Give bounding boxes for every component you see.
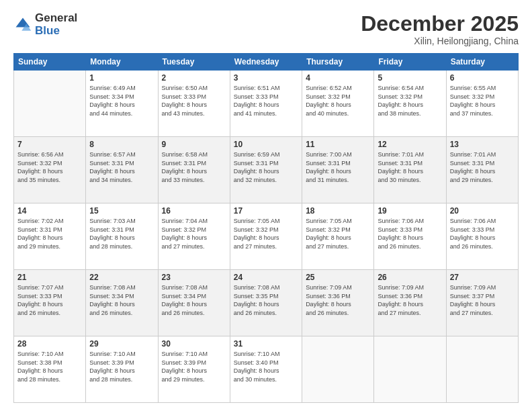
day-info: Sunrise: 7:08 AM Sunset: 3:34 PM Dayligh… <box>89 283 154 317</box>
day-cell: 4Sunrise: 6:52 AM Sunset: 3:32 PM Daylig… <box>302 71 374 137</box>
page: General Blue December 2025 Xilin, Heilon… <box>0 0 532 411</box>
day-info: Sunrise: 7:10 AM Sunset: 3:39 PM Dayligh… <box>89 350 154 383</box>
day-info: Sunrise: 6:49 AM Sunset: 3:34 PM Dayligh… <box>89 84 154 118</box>
day-cell: 1Sunrise: 6:49 AM Sunset: 3:34 PM Daylig… <box>86 71 158 137</box>
day-cell: 12Sunrise: 7:01 AM Sunset: 3:31 PM Dayli… <box>374 137 446 203</box>
day-number: 15 <box>89 206 154 216</box>
day-info: Sunrise: 7:09 AM Sunset: 3:37 PM Dayligh… <box>450 283 515 317</box>
day-cell: 29Sunrise: 7:10 AM Sunset: 3:39 PM Dayli… <box>86 336 158 403</box>
day-number: 9 <box>162 140 226 149</box>
day-info: Sunrise: 6:50 AM Sunset: 3:33 PM Dayligh… <box>162 84 226 118</box>
day-number: 3 <box>234 73 298 83</box>
day-number: 14 <box>17 206 82 216</box>
header-row: SundayMondayTuesdayWednesdayThursdayFrid… <box>14 54 519 71</box>
day-info: Sunrise: 7:09 AM Sunset: 3:36 PM Dayligh… <box>306 283 370 317</box>
day-info: Sunrise: 6:52 AM Sunset: 3:32 PM Dayligh… <box>306 84 370 118</box>
day-number: 21 <box>17 273 82 282</box>
day-number: 29 <box>89 339 154 349</box>
day-cell <box>374 336 446 403</box>
header-cell-saturday: Saturday <box>446 54 518 71</box>
day-cell <box>446 336 518 403</box>
day-info: Sunrise: 7:08 AM Sunset: 3:34 PM Dayligh… <box>162 283 226 317</box>
day-info: Sunrise: 6:59 AM Sunset: 3:31 PM Dayligh… <box>234 150 298 184</box>
day-info: Sunrise: 7:06 AM Sunset: 3:33 PM Dayligh… <box>378 217 442 250</box>
day-cell: 26Sunrise: 7:09 AM Sunset: 3:36 PM Dayli… <box>374 270 446 336</box>
header-cell-tuesday: Tuesday <box>158 54 230 71</box>
title-block: December 2025 Xilin, Heilongjiang, China <box>361 12 519 46</box>
day-cell: 11Sunrise: 7:00 AM Sunset: 3:31 PM Dayli… <box>302 137 374 203</box>
day-number: 31 <box>234 339 298 349</box>
day-cell: 24Sunrise: 7:08 AM Sunset: 3:35 PM Dayli… <box>230 270 302 336</box>
day-number: 4 <box>306 73 370 83</box>
day-cell: 22Sunrise: 7:08 AM Sunset: 3:34 PM Dayli… <box>86 270 158 336</box>
day-info: Sunrise: 7:08 AM Sunset: 3:35 PM Dayligh… <box>234 283 298 317</box>
day-cell: 20Sunrise: 7:06 AM Sunset: 3:33 PM Dayli… <box>446 203 518 270</box>
day-number: 22 <box>89 273 154 282</box>
day-number: 5 <box>378 73 442 83</box>
day-info: Sunrise: 7:04 AM Sunset: 3:32 PM Dayligh… <box>162 217 226 250</box>
day-cell: 30Sunrise: 7:10 AM Sunset: 3:39 PM Dayli… <box>158 336 230 403</box>
day-cell: 21Sunrise: 7:07 AM Sunset: 3:33 PM Dayli… <box>14 270 86 336</box>
day-number: 23 <box>162 273 226 282</box>
week-row-5: 28Sunrise: 7:10 AM Sunset: 3:38 PM Dayli… <box>14 336 519 403</box>
logo-blue: Blue <box>35 25 77 38</box>
day-info: Sunrise: 7:02 AM Sunset: 3:31 PM Dayligh… <box>17 217 82 250</box>
day-cell: 23Sunrise: 7:08 AM Sunset: 3:34 PM Dayli… <box>158 270 230 336</box>
day-info: Sunrise: 7:07 AM Sunset: 3:33 PM Dayligh… <box>17 283 82 317</box>
day-cell: 10Sunrise: 6:59 AM Sunset: 3:31 PM Dayli… <box>230 137 302 203</box>
day-number: 1 <box>89 73 154 83</box>
day-cell: 14Sunrise: 7:02 AM Sunset: 3:31 PM Dayli… <box>14 203 86 270</box>
day-cell: 9Sunrise: 6:58 AM Sunset: 3:31 PM Daylig… <box>158 137 230 203</box>
day-number: 16 <box>162 206 226 216</box>
day-info: Sunrise: 7:05 AM Sunset: 3:32 PM Dayligh… <box>234 217 298 250</box>
location-subtitle: Xilin, Heilongjiang, China <box>361 36 519 46</box>
logo-text: General Blue <box>35 12 77 37</box>
day-info: Sunrise: 7:03 AM Sunset: 3:31 PM Dayligh… <box>89 217 154 250</box>
day-info: Sunrise: 7:01 AM Sunset: 3:31 PM Dayligh… <box>450 150 515 184</box>
day-cell: 25Sunrise: 7:09 AM Sunset: 3:36 PM Dayli… <box>302 270 374 336</box>
day-info: Sunrise: 7:10 AM Sunset: 3:39 PM Dayligh… <box>162 350 226 383</box>
day-cell: 5Sunrise: 6:54 AM Sunset: 3:32 PM Daylig… <box>374 71 446 137</box>
day-info: Sunrise: 6:55 AM Sunset: 3:32 PM Dayligh… <box>450 84 515 118</box>
month-title: December 2025 <box>361 12 519 36</box>
day-info: Sunrise: 6:56 AM Sunset: 3:32 PM Dayligh… <box>17 150 82 184</box>
day-cell: 18Sunrise: 7:05 AM Sunset: 3:32 PM Dayli… <box>302 203 374 270</box>
day-info: Sunrise: 6:51 AM Sunset: 3:33 PM Dayligh… <box>234 84 298 118</box>
header-cell-wednesday: Wednesday <box>230 54 302 71</box>
day-number: 11 <box>306 140 370 149</box>
day-number: 24 <box>234 273 298 282</box>
day-cell: 8Sunrise: 6:57 AM Sunset: 3:31 PM Daylig… <box>86 137 158 203</box>
header: General Blue December 2025 Xilin, Heilon… <box>13 12 519 46</box>
day-number: 20 <box>450 206 515 216</box>
day-number: 12 <box>378 140 442 149</box>
day-number: 25 <box>306 273 370 282</box>
logo: General Blue <box>13 12 77 37</box>
day-cell: 2Sunrise: 6:50 AM Sunset: 3:33 PM Daylig… <box>158 71 230 137</box>
day-cell <box>302 336 374 403</box>
day-info: Sunrise: 7:10 AM Sunset: 3:38 PM Dayligh… <box>17 350 82 383</box>
calendar-table: SundayMondayTuesdayWednesdayThursdayFrid… <box>13 53 519 403</box>
day-cell: 17Sunrise: 7:05 AM Sunset: 3:32 PM Dayli… <box>230 203 302 270</box>
day-cell: 3Sunrise: 6:51 AM Sunset: 3:33 PM Daylig… <box>230 71 302 137</box>
week-row-4: 21Sunrise: 7:07 AM Sunset: 3:33 PM Dayli… <box>14 270 519 336</box>
day-number: 8 <box>89 140 154 149</box>
header-cell-friday: Friday <box>374 54 446 71</box>
day-info: Sunrise: 7:00 AM Sunset: 3:31 PM Dayligh… <box>306 150 370 184</box>
header-cell-monday: Monday <box>86 54 158 71</box>
week-row-1: 1Sunrise: 6:49 AM Sunset: 3:34 PM Daylig… <box>14 71 519 137</box>
day-number: 2 <box>162 73 226 83</box>
day-cell: 28Sunrise: 7:10 AM Sunset: 3:38 PM Dayli… <box>14 336 86 403</box>
day-number: 17 <box>234 206 298 216</box>
week-row-2: 7Sunrise: 6:56 AM Sunset: 3:32 PM Daylig… <box>14 137 519 203</box>
day-number: 10 <box>234 140 298 149</box>
day-info: Sunrise: 6:57 AM Sunset: 3:31 PM Dayligh… <box>89 150 154 184</box>
day-cell: 31Sunrise: 7:10 AM Sunset: 3:40 PM Dayli… <box>230 336 302 403</box>
week-row-3: 14Sunrise: 7:02 AM Sunset: 3:31 PM Dayli… <box>14 203 519 270</box>
day-cell <box>14 71 86 137</box>
day-cell: 27Sunrise: 7:09 AM Sunset: 3:37 PM Dayli… <box>446 270 518 336</box>
logo-icon <box>13 15 32 34</box>
day-info: Sunrise: 6:54 AM Sunset: 3:32 PM Dayligh… <box>378 84 442 118</box>
day-info: Sunrise: 7:01 AM Sunset: 3:31 PM Dayligh… <box>378 150 442 184</box>
day-number: 30 <box>162 339 226 349</box>
header-cell-sunday: Sunday <box>14 54 86 71</box>
